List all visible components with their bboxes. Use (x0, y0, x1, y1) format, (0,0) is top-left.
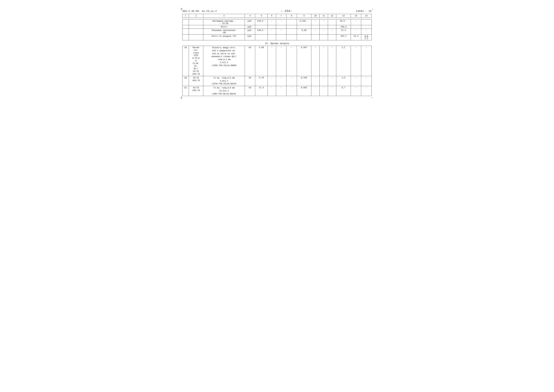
cell-4-8 (286, 35, 297, 40)
col-header-7: 7 (276, 14, 286, 18)
col-header-13: 13 (336, 14, 351, 18)
document-code: 903-2-30.90. Ал.I5,кн.2 (182, 10, 217, 13)
item-49-row: 49 ПисьмоГос-строяСССР№ 63–ДотI5.08.83.П… (183, 46, 372, 76)
cell-51-1: 5I (183, 86, 189, 96)
cell-50-14: – (351, 76, 361, 86)
cell-49-14: – (351, 46, 361, 76)
cell-50-2: 02–I0табл.I6 (189, 76, 203, 86)
cell-1-12 (328, 19, 336, 25)
cell-3-2 (189, 29, 203, 35)
cell-50-4: м2 (245, 76, 255, 86)
cell-4-10 (311, 35, 320, 40)
cell-51-6: – (268, 86, 276, 96)
col-header-14: 14 (351, 14, 361, 18)
itogo1-row: Итого руб. I40,8 (183, 25, 372, 29)
cell-51-10: – (311, 86, 320, 96)
cell-49-9: 0,507 (297, 46, 311, 76)
cell-3-10: – (311, 29, 320, 35)
page-header: 903-2-30.90. Ал.I5,кн.2 — 153— 24963 - 1… (182, 9, 372, 13)
cell-1-9: 0,I65 – (297, 19, 311, 25)
cell-3-11: – (320, 29, 328, 35)
cell-51-13: 8,7 (336, 86, 351, 96)
cell-1-7: – (276, 19, 286, 25)
cell-1-13: I9,9 – (336, 19, 351, 25)
cell-49-11: – (320, 46, 328, 76)
cell-49-2: ПисьмоГос-строяСССР№ 63–ДотI5.08.83.Пр–т… (189, 46, 203, 76)
cell-3-8 (286, 29, 297, 35)
cell-2-7 (276, 25, 286, 29)
item-50-row: 50 02–I0табл.I6 То же, толщ.0,5 мм4,8хI,… (183, 76, 372, 86)
cell-4-5 (255, 35, 268, 40)
col-header-11: 11 (320, 14, 328, 18)
cell-3-15: – (361, 29, 371, 35)
cell-1-14: – (351, 19, 361, 25)
cell-51-7: – (276, 86, 286, 96)
cell-1-3: Накладные расходы –– I6,5% (203, 19, 245, 25)
cell-4-4: руб. (245, 35, 255, 40)
cell-4-1 (183, 35, 189, 40)
cell-3-9: 0,08 (297, 29, 311, 35)
cell-49-7: – (276, 46, 286, 76)
cell-51-12: – (328, 86, 336, 96)
cell-51-5: I7,4 (255, 86, 268, 96)
cell-1-1 (183, 19, 189, 25)
cell-50-8: – (286, 76, 297, 86)
cell-49-8: – (286, 46, 297, 76)
cell-1-6: – (268, 19, 276, 25)
cell-49-12: – (328, 46, 336, 76)
col-header-8: 8 (286, 14, 297, 18)
cell-1-11: – (320, 19, 328, 25)
cell-2-3: Итого (203, 25, 245, 29)
col-header-4: 4 (245, 14, 255, 18)
cell-51-8: – (286, 86, 297, 96)
cell-4-9 (297, 35, 311, 40)
cell-51-11: – (320, 86, 328, 96)
cell-51-4: м2 (245, 86, 255, 96)
cell-1-2 (189, 19, 203, 25)
cell-4-12 (328, 35, 336, 40)
cell-4-15: 3,8I,2 (361, 35, 371, 40)
column-header-row: 1 2 3 4 5 6 7 8 9 10 11 12 13 14 15 (183, 14, 372, 18)
cell-50-15: – (361, 76, 371, 86)
cell-50-1: 50 (183, 76, 189, 86)
item-51-row: 5I 02–I0табл.I6 То же, толщ.0,8 ммI4,5хI… (183, 86, 372, 96)
spacer-row-bottom (183, 96, 372, 98)
section4-header-row: IV. Прочие затраты (183, 40, 372, 46)
col-header-15: 15 (361, 14, 371, 18)
cell-51-9: 0,502 (297, 86, 311, 96)
cell-1-10: – (311, 19, 320, 25)
cell-2-4: руб. (245, 25, 255, 29)
cell-51-2: 02–I0табл.I6 (189, 86, 203, 96)
cell-50-7: – (276, 76, 286, 86)
cell-2-1 (183, 25, 189, 29)
col-header-12: 12 (328, 14, 336, 18)
cell-50-10: – (311, 76, 320, 86)
col-header-1: 1 (183, 14, 189, 18)
top-left-bracket: Г (181, 8, 183, 11)
cell-49-5: 4,08 (255, 46, 268, 76)
document-number: 24963 - 18 (356, 10, 372, 13)
cell-1-15 (361, 19, 371, 25)
cell-50-12: – (328, 76, 336, 86)
cell-51-15: – (361, 86, 371, 96)
col-header-10: 10 (311, 14, 320, 18)
cell-2-8 (286, 25, 297, 29)
itogo-section3-row: Итого по разделу III руб. I52,I 3I,2 3,8… (183, 35, 372, 40)
cell-3-7: – (276, 29, 286, 35)
cell-4-11 (320, 35, 328, 40)
col-header-9: 9 (297, 14, 311, 18)
cell-2-2 (189, 25, 203, 29)
cell-3-4: руб. (245, 29, 255, 35)
cell-2-12 (328, 25, 336, 29)
cell-2-13: I40,8 (336, 25, 351, 29)
cell-4-13: I52,I (336, 35, 351, 40)
cell-4-14: 3I,2 (351, 35, 361, 40)
cell-49-3: Разность между опто–вой и предельной це–… (203, 46, 245, 76)
cell-50-13: 2,5 (336, 76, 351, 86)
cell-50-11: – (320, 76, 328, 86)
cell-2-15 (361, 25, 371, 29)
bottom-right-dash: — (372, 96, 373, 99)
cell-3-6: – (268, 29, 276, 35)
overhead-costs-row: Накладные расходы –– I6,5% руб. I20,9 – … (183, 19, 372, 25)
col-header-3: 3 (203, 14, 245, 18)
